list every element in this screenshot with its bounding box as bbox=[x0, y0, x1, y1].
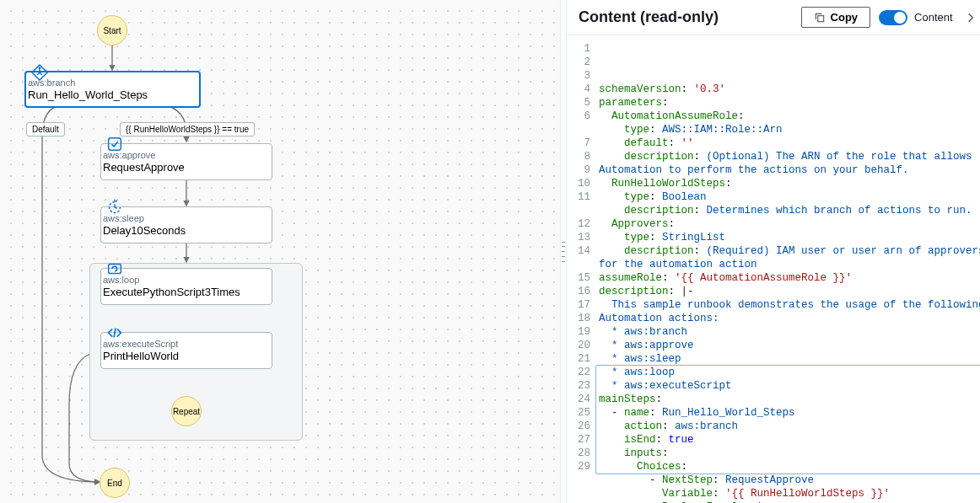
end-node[interactable]: End bbox=[100, 468, 130, 498]
toggle-label: Content bbox=[914, 11, 953, 24]
collapse-panel-button[interactable] bbox=[961, 8, 980, 27]
repeat-label: Repeat bbox=[173, 407, 200, 416]
edge-label-default: Default bbox=[26, 122, 65, 136]
start-node[interactable]: Start bbox=[97, 15, 127, 45]
step-branch[interactable]: aws:branch Run_Hello_World_Steps bbox=[24, 71, 201, 108]
line-gutter: 1234567891011121314151617181920212223242… bbox=[567, 35, 595, 503]
repeat-node[interactable]: Repeat bbox=[171, 396, 202, 426]
step-name: ExecutePythonScript3Times bbox=[103, 286, 240, 299]
toggle-switch[interactable] bbox=[879, 10, 907, 25]
pane-splitter[interactable] bbox=[560, 0, 567, 503]
svg-rect-4 bbox=[817, 15, 823, 21]
step-approve[interactable]: aws:approve RequestApprove bbox=[100, 143, 272, 180]
step-sleep[interactable]: aws:sleep Delay10Seconds bbox=[100, 206, 272, 243]
svg-rect-3 bbox=[109, 265, 121, 274]
code-body: schemaVersion: '0.3'parameters: Automati… bbox=[595, 35, 980, 503]
step-name: RequestApprove bbox=[103, 161, 185, 174]
copy-label: Copy bbox=[831, 11, 859, 24]
step-loop[interactable]: aws:loop ExecutePythonScript3Times bbox=[100, 268, 272, 305]
copy-icon bbox=[814, 12, 826, 24]
content-header: Content (read-only) Copy Content bbox=[567, 0, 980, 35]
code-editor[interactable]: 1234567891011121314151617181920212223242… bbox=[567, 35, 980, 503]
svg-point-1 bbox=[39, 67, 40, 68]
content-panel: Content (read-only) Copy Content 1234567… bbox=[567, 0, 980, 503]
content-title: Content (read-only) bbox=[579, 8, 793, 26]
start-label: Start bbox=[103, 26, 121, 35]
edge-label-condition: {{ RunHelloWorldSteps }} == true bbox=[120, 122, 255, 136]
step-name: PrintHelloWorld bbox=[103, 350, 179, 363]
step-name: Delay10Seconds bbox=[103, 224, 186, 238]
content-toggle[interactable]: Content bbox=[879, 10, 953, 25]
step-script[interactable]: aws:executeScript PrintHelloWorld bbox=[100, 332, 272, 369]
workflow-canvas[interactable]: Start aws:branch Run_Hello_World_Steps D… bbox=[0, 0, 560, 503]
chevron-right-icon bbox=[965, 12, 977, 24]
svg-rect-2 bbox=[109, 138, 121, 151]
copy-button[interactable]: Copy bbox=[801, 7, 871, 28]
step-name: Run_Hello_World_Steps bbox=[28, 88, 148, 102]
end-label: End bbox=[107, 479, 122, 488]
